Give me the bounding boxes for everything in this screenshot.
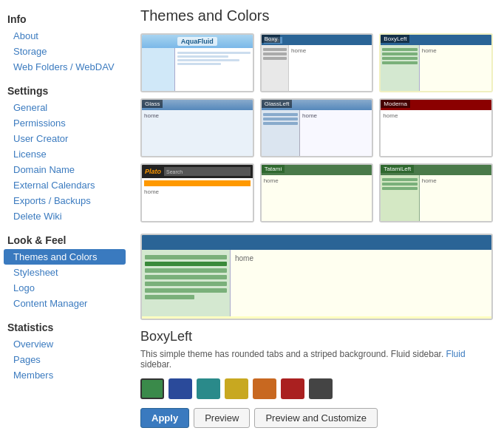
apply-button[interactable]: Apply (140, 408, 189, 428)
current-theme-preview: home Current Theme (140, 234, 493, 320)
sidebar-item-stylesheet[interactable]: Stylesheet (0, 265, 129, 280)
sidebar-item-permissions[interactable]: Permissions (0, 115, 129, 131)
theme-card-tatamileft[interactable]: home TatamiLeft (379, 163, 493, 222)
page-title: Themes and Colors (140, 7, 493, 24)
sidebar-section-info: Info About Storage Web Folders / WebDAV (0, 7, 129, 75)
color-swatch-teal[interactable] (197, 378, 220, 399)
theme-card-glassleft[interactable]: home GlassLeft (260, 98, 374, 157)
boxyleft-home-text: home (422, 47, 489, 54)
color-swatches (140, 378, 493, 399)
theme-card-glass[interactable]: home Glass (140, 98, 254, 157)
sidebar-section-look-feel: Look & Feel Themes and Colors Stylesheet… (0, 228, 129, 311)
sidebar-item-themes-colors[interactable]: Themes and Colors (4, 249, 126, 265)
color-swatch-orange[interactable] (253, 378, 276, 399)
sidebar-section-title-statistics: Statistics (0, 316, 129, 336)
theme-card-plato[interactable]: Plato Search home (140, 163, 254, 222)
sidebar-section-title-settings: Settings (0, 79, 129, 100)
sidebar-item-exports-backups[interactable]: Exports / Backups (0, 193, 129, 208)
sidebar-item-external-calendars[interactable]: External Calendars (0, 177, 129, 193)
theme-card-boxy[interactable]: home home Boxy (260, 33, 374, 92)
sidebar-item-webfolders[interactable]: Web Folders / WebDAV (0, 59, 129, 75)
themes-grid: AquaFluid home (140, 33, 493, 222)
current-theme-home-text: home (235, 254, 487, 262)
color-swatch-dark[interactable] (309, 378, 333, 399)
theme-card-tatami[interactable]: home Tatami (260, 163, 374, 222)
glassleft-home-text: home (302, 112, 370, 119)
sidebar-section-statistics: Statistics Overview Pages Members (0, 316, 129, 383)
selected-theme-name: BoxyLeft (140, 329, 493, 344)
theme-card-aquafluid[interactable]: AquaFluid (140, 33, 254, 92)
sidebar-section-title-look-feel: Look & Feel (0, 228, 129, 249)
selected-theme-description: This simple theme has rounded tabs and a… (140, 349, 493, 370)
preview-button[interactable]: Preview (194, 408, 250, 428)
sidebar-item-content-manager[interactable]: Content Manager (0, 296, 129, 311)
sidebar-section-settings: Settings General Permissions User Creato… (0, 79, 129, 224)
tatamileft-home-text: home (422, 177, 489, 184)
sidebar-item-members[interactable]: Members (0, 367, 129, 383)
sidebar-item-delete-wiki[interactable]: Delete Wiki (0, 208, 129, 224)
sidebar-section-title-info: Info (0, 7, 129, 28)
theme-card-boxyleft[interactable]: home BoxyLeft (379, 33, 493, 92)
sidebar-item-overview[interactable]: Overview (0, 336, 129, 352)
sidebar-item-pages[interactable]: Pages (0, 352, 129, 367)
plato-home-text: home (144, 188, 251, 195)
sidebar: Info About Storage Web Folders / WebDAV … (0, 0, 129, 442)
sidebar-item-about[interactable]: About (0, 28, 129, 44)
sidebar-item-storage[interactable]: Storage (0, 44, 129, 59)
tatami-home-text: home (264, 177, 370, 184)
sidebar-item-user-creator[interactable]: User Creator (0, 131, 129, 146)
boxy-home-text: home (291, 47, 370, 54)
sidebar-item-license[interactable]: License (0, 146, 129, 162)
main-content: Themes and Colors AquaFluid (129, 0, 504, 442)
sidebar-item-domain-name[interactable]: Domain Name (0, 162, 129, 177)
preview-customize-button[interactable]: Preview and Customize (254, 408, 378, 428)
color-swatch-yellow[interactable] (225, 378, 248, 399)
action-buttons: Apply Preview Preview and Customize (140, 408, 493, 428)
color-swatch-green[interactable] (140, 378, 164, 399)
sidebar-item-general[interactable]: General (0, 100, 129, 115)
moderna-home-text: home (383, 112, 489, 119)
sidebar-item-logo[interactable]: Logo (0, 280, 129, 296)
theme-card-moderna[interactable]: home Moderna (379, 98, 493, 157)
color-swatch-blue[interactable] (168, 378, 192, 399)
color-swatch-red[interactable] (281, 378, 304, 399)
glass-home-text: home (144, 112, 251, 119)
